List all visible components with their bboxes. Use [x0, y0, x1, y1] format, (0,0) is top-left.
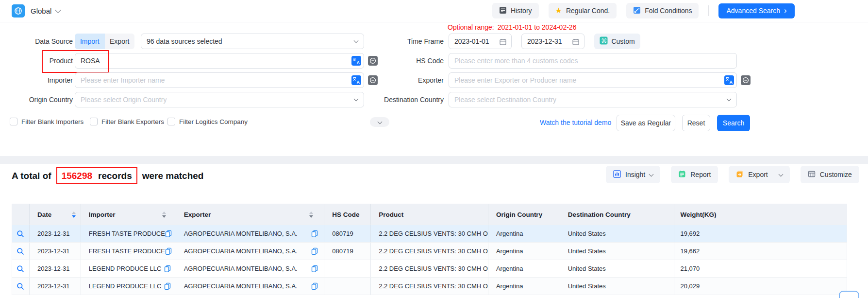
chevron-down-icon	[649, 172, 654, 176]
cell-date: 2023-12-31	[30, 225, 81, 242]
copy-icon[interactable]	[311, 247, 318, 255]
section-divider	[0, 156, 868, 164]
copy-icon[interactable]	[311, 282, 318, 290]
custom-icon: ⌘	[600, 36, 608, 46]
table-row[interactable]: 2023-12-31 FRESH TASTE PRODUCE AGROPECUA…	[12, 242, 847, 260]
import-tab[interactable]: Import	[75, 34, 105, 49]
header-product: Product	[371, 204, 488, 225]
cell-date: 2023-12-31	[30, 243, 81, 260]
results-table: Date Importer Exporter HS Code Product O…	[12, 204, 847, 295]
product-input[interactable]	[75, 53, 364, 69]
svg-text:A: A	[730, 80, 733, 85]
reset-button[interactable]: Reset	[682, 115, 710, 131]
magnifier-icon[interactable]	[17, 265, 24, 273]
cell-exporter: AGROPECUARIA MONTELIBANO, S.A.	[176, 243, 325, 260]
customize-icon	[808, 170, 816, 179]
calendar-icon	[572, 38, 580, 48]
exact-match-icon[interactable]	[741, 75, 751, 85]
fold-conditions-label: Fold Conditions	[645, 7, 692, 15]
table-row[interactable]: 2023-12-31 LEGEND PRODUCE LLC AGROPECUAR…	[12, 277, 847, 295]
origin-country-placeholder: Please select Origin Country	[75, 96, 167, 104]
report-button[interactable]: Report	[671, 166, 718, 183]
origin-country-label: Origin Country	[10, 92, 73, 107]
date-to-field[interactable]: 2023-12-31	[521, 34, 584, 49]
importer-input[interactable]	[75, 72, 364, 88]
save-as-regular-button[interactable]: Save as Regular	[617, 115, 675, 131]
filter-blank-exporters-checkbox[interactable]: Filter Blank Exporters	[90, 118, 164, 125]
region-label: Global	[31, 7, 51, 15]
data-sources-select[interactable]: 96 data sources selected	[141, 34, 364, 49]
translate-icon[interactable]: A	[724, 75, 734, 85]
table-row[interactable]: 2023-12-31 LEGEND PRODUCE LLC AGROPECUAR…	[12, 260, 847, 277]
insight-icon	[613, 170, 621, 179]
sort-exporter[interactable]	[309, 211, 313, 218]
records-word: records	[98, 171, 132, 181]
fold-icon	[633, 6, 641, 16]
total-count: 156298	[62, 171, 92, 181]
copy-icon[interactable]	[164, 282, 171, 290]
tutorial-link[interactable]: Watch the tutorial demo	[540, 115, 611, 130]
copy-icon[interactable]	[311, 230, 318, 237]
report-icon	[678, 170, 686, 179]
floating-action-button[interactable]	[839, 291, 859, 298]
custom-range-button[interactable]: ⌘ Custom	[594, 34, 640, 49]
hs-code-label: HS Code	[371, 53, 444, 69]
sort-importer[interactable]	[162, 211, 166, 218]
filter-blank-importers-label: Filter Blank Importers	[21, 118, 83, 125]
cell-hs-code: 080719	[324, 225, 371, 242]
destination-country-select[interactable]: Please select Destination Country	[449, 92, 737, 107]
date-from-field[interactable]: 2023-01-01	[449, 34, 512, 49]
cell-hs-code	[324, 278, 371, 295]
sort-date[interactable]	[72, 211, 76, 218]
total-suffix: were matched	[142, 171, 204, 181]
search-button[interactable]: Search	[717, 115, 750, 131]
header-origin-country: Origin Country	[488, 204, 560, 225]
results-total-line: A total of 156298 records were matched	[12, 167, 203, 184]
header-weight: Weight(KG)	[674, 204, 847, 225]
cell-weight: 19,692	[674, 225, 847, 242]
copy-icon[interactable]	[164, 265, 171, 272]
cell-importer: LEGEND PRODUCE LLC	[81, 278, 176, 295]
chevron-down-icon	[354, 38, 359, 43]
copy-icon[interactable]	[311, 265, 318, 272]
copy-icon[interactable]	[165, 247, 172, 255]
filter-logistics-label: Filter Logitics Company	[179, 118, 248, 125]
filter-blank-importers-checkbox[interactable]: Filter Blank Importers	[10, 118, 83, 125]
advanced-search-label: Advanced Search	[726, 7, 780, 15]
exporter-input[interactable]	[449, 72, 737, 88]
fold-conditions-button[interactable]: Fold Conditions	[626, 3, 699, 18]
cell-exporter: AGROPECUARIA MONTELIBANO, S.A.	[176, 260, 325, 277]
advanced-search-button[interactable]: Advanced Search ›	[718, 3, 794, 18]
table-row[interactable]: 2023-12-31 FRESH TASTE PRODUCE AGROPECUA…	[12, 225, 847, 242]
magnifier-icon[interactable]	[17, 230, 24, 238]
chevron-down-icon	[778, 172, 783, 176]
customize-label: Customize	[820, 171, 852, 178]
magnifier-icon[interactable]	[17, 247, 24, 255]
destination-country-label: Destination Country	[371, 92, 444, 107]
filter-logistics-checkbox[interactable]: Filter Logitics Company	[167, 118, 248, 125]
region-selector[interactable]: Global	[31, 7, 60, 15]
translate-icon[interactable]: A	[351, 56, 361, 66]
export-tab[interactable]: Export	[105, 34, 135, 49]
export-button[interactable]: Export	[729, 166, 789, 183]
translate-icon[interactable]: A	[351, 75, 361, 85]
export-label: Export	[748, 171, 768, 178]
customize-button[interactable]: Customize	[801, 166, 859, 183]
magnifier-icon[interactable]	[17, 282, 24, 290]
origin-country-select[interactable]: Please select Origin Country	[75, 92, 364, 107]
insight-button[interactable]: Insight	[606, 166, 660, 183]
collapse-conditions-button[interactable]	[370, 117, 389, 127]
top-bar: Global History ★ Regular Cond. Fold Cond…	[0, 0, 868, 22]
hs-code-input[interactable]	[449, 53, 737, 69]
cell-product: 2.2 DEG CELSIUS VENTS: 30 CMH OP	[371, 278, 488, 295]
copy-icon[interactable]	[165, 230, 172, 237]
globe-logo[interactable]	[12, 4, 25, 18]
history-button[interactable]: History	[492, 3, 539, 18]
data-source-toggle: Import Export	[75, 34, 134, 49]
cell-weight: 21,070	[674, 260, 847, 277]
report-label: Report	[690, 171, 711, 178]
cell-importer: LEGEND PRODUCE LLC	[81, 260, 176, 277]
product-label: Product	[10, 53, 73, 69]
header-destination-country: Destination Country	[560, 204, 675, 225]
regular-cond-button[interactable]: ★ Regular Cond.	[549, 3, 617, 18]
